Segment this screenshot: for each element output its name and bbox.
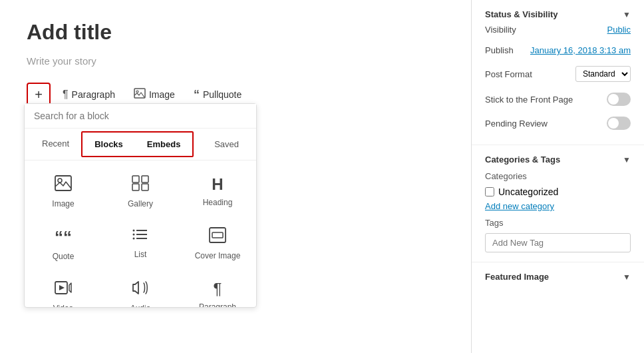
tag-input[interactable] [485,233,631,252]
chevron-down-icon-featured: ▼ [623,272,631,282]
image-icon [134,88,146,101]
block-cover-image-icon [209,227,226,247]
block-item-gallery[interactable]: Gallery [102,166,179,218]
categories-tags-header[interactable]: Categories & Tags ▼ [485,155,631,165]
plus-icon: + [35,87,43,103]
post-format-select[interactable]: Standard Aside Image Video Quote Link Ga… [575,66,631,82]
publish-date[interactable]: January 16, 2018 3:13 am [530,45,631,55]
block-heading-label: Heading [203,198,233,207]
visibility-row: Visibility Public [485,19,631,40]
block-item-cover-image[interactable]: Cover Image [179,218,256,270]
tags-label: Tags [485,218,631,228]
pending-review-label: Pending Review [485,119,548,129]
stick-front-page-toggle[interactable] [607,93,631,106]
post-format-row: Post Format Standard Aside Image Video Q… [485,61,631,87]
block-paragraph-label: Paragraph [199,302,236,307]
svg-point-1 [136,91,138,93]
svg-point-11 [133,230,135,232]
block-item-video[interactable]: Video [25,270,102,307]
svg-rect-6 [132,184,139,190]
svg-point-13 [133,238,135,240]
inserter-tabs-row: Recent Blocks Embeds Saved [25,129,256,161]
featured-image-header[interactable]: Featured Image ▼ [485,272,631,282]
pending-review-toggle[interactable] [607,117,631,130]
block-gallery-icon [132,175,149,195]
block-audio-icon [132,280,148,300]
block-gallery-label: Gallery [128,199,153,208]
block-item-heading[interactable]: H Heading [179,166,256,218]
add-new-category-link[interactable]: Add new category [485,201,631,211]
visibility-value[interactable]: Public [607,25,631,35]
page-title[interactable]: Add title [27,20,444,45]
chevron-down-icon: ▼ [623,10,631,19]
block-list-icon [132,227,148,246]
block-item-list[interactable]: List [102,218,179,270]
block-video-icon [55,280,72,300]
svg-rect-7 [142,184,148,190]
svg-rect-15 [212,232,223,238]
svg-rect-2 [55,176,71,190]
pullquote-icon: “ [194,88,200,102]
visibility-label: Visibility [485,25,516,35]
block-list-label: List [134,250,147,259]
block-cover-image-label: Cover Image [195,251,241,260]
svg-point-3 [58,178,62,182]
paragraph-toolbar-item[interactable]: ¶ Paragraph [56,85,122,105]
stick-front-page-row: Stick to the Front Page [485,87,631,111]
sidebar: Status & Visibility ▼ Visibility Public … [471,0,644,353]
paragraph-label: Paragraph [72,89,115,100]
tab-recent[interactable]: Recent [30,132,81,157]
pending-review-row: Pending Review [485,111,631,135]
block-paragraph-icon: ¶ [214,280,222,298]
post-format-label: Post Format [485,69,532,79]
block-quote-icon: ““ [55,227,72,248]
featured-image-title: Featured Image [485,272,549,282]
image-toolbar-item[interactable]: Image [127,84,182,105]
featured-image-section: Featured Image ▼ [472,262,644,291]
block-image-icon [55,175,72,195]
block-item-quote[interactable]: ““ Quote [25,218,102,270]
block-video-label: Video [53,304,73,307]
search-input[interactable] [25,104,256,129]
svg-point-12 [133,234,135,236]
svg-marker-17 [59,285,65,290]
uncategorized-checkbox-row: Uncategorized [485,186,631,197]
uncategorized-checkbox[interactable] [485,187,494,196]
story-placeholder[interactable]: Write your story [27,55,444,67]
status-visibility-header[interactable]: Status & Visibility ▼ [485,9,631,19]
status-visibility-section: Status & Visibility ▼ Visibility Public … [472,0,644,145]
block-item-audio[interactable]: Audio [102,270,179,307]
publish-row: Publish January 16, 2018 3:13 am [485,40,631,61]
pullquote-label: Pullquote [203,89,242,100]
block-item-paragraph[interactable]: ¶ Paragraph [179,270,256,307]
block-quote-label: Quote [53,252,75,261]
tabs-bordered-group: Blocks Embeds [81,131,194,157]
block-item-image[interactable]: Image [25,166,102,218]
categories-tags-section: Categories & Tags ▼ Categories Uncategor… [472,145,644,262]
tab-blocks[interactable]: Blocks [82,133,135,156]
image-label: Image [149,89,175,100]
editor-area: Add title Write your story + ¶ Paragraph… [0,0,471,353]
block-audio-label: Audio [130,304,151,307]
block-grid: Image Gallery H Heading ““ Quote [25,161,256,307]
svg-rect-5 [142,176,148,182]
categories-tags-title: Categories & Tags [485,155,560,165]
publish-label: Publish [485,45,514,55]
paragraph-icon: ¶ [63,89,69,101]
categories-label: Categories [485,171,631,181]
tab-embeds[interactable]: Embeds [135,133,193,156]
uncategorized-label: Uncategorized [498,186,558,197]
block-image-label: Image [52,199,74,208]
block-inserter-panel: Recent Blocks Embeds Saved Image Gallery [24,103,257,308]
chevron-down-icon-cats: ▼ [623,155,631,165]
svg-rect-4 [132,176,139,182]
tab-saved[interactable]: Saved [202,133,251,156]
stick-front-page-label: Stick to the Front Page [485,95,573,105]
block-heading-icon: H [212,175,223,194]
status-visibility-title: Status & Visibility [485,9,558,19]
pullquote-toolbar-item[interactable]: “ Pullquote [187,84,248,106]
